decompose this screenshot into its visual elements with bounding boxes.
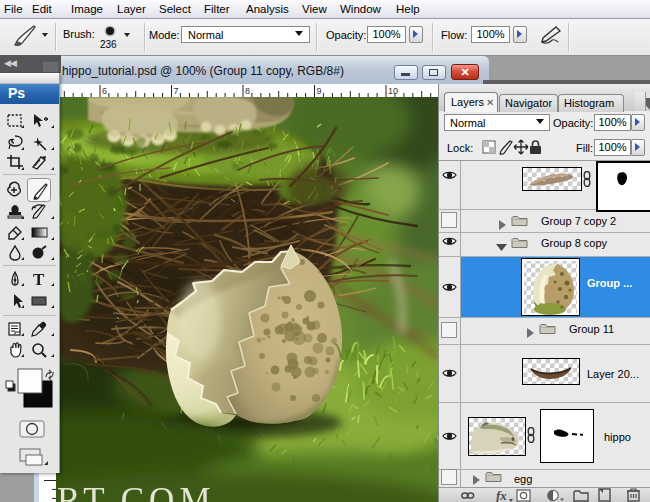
svg-text:9: 9 <box>317 86 322 96</box>
svg-text:RT.COM: RT.COM <box>57 481 216 502</box>
svg-text:fx: fx <box>496 488 507 502</box>
svg-text:6: 6 <box>102 86 107 96</box>
svg-text:T: T <box>33 270 45 289</box>
svg-text:10: 10 <box>388 86 398 96</box>
svg-text:7: 7 <box>174 86 179 96</box>
svg-text:8: 8 <box>245 86 250 96</box>
